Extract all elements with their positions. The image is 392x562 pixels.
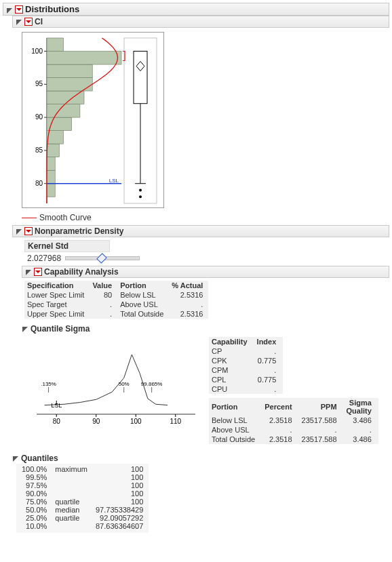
th-actual: % Actual — [169, 281, 208, 290]
quantile-sigma-chart: LSL.135%50%99.865%8090100110 — [24, 337, 201, 427]
svg-rect-22 — [47, 38, 63, 52]
smooth-curve-legend: Smooth Curve — [22, 212, 389, 225]
quantile-row: 90.0%100 — [19, 489, 149, 498]
quantiles-table: 100.0%maximum10099.5%10097.5%10090.0%100… — [16, 464, 149, 533]
legend-label: Smooth Curve — [39, 213, 92, 222]
hotspot-icon[interactable] — [24, 18, 33, 26]
disclosure-icon[interactable] — [25, 268, 32, 275]
legend-line-icon — [22, 218, 37, 218]
svg-rect-11 — [47, 184, 55, 197]
kernel-block: Kernel Std 2.027968 — [24, 237, 389, 266]
disclosure-icon[interactable] — [16, 228, 22, 235]
portion-table: PortionPercentPPMSigmaQualityBelow LSL2.… — [209, 398, 378, 444]
svg-text:85: 85 — [35, 146, 43, 154]
th-value: Value — [90, 281, 117, 290]
svg-rect-16 — [47, 117, 72, 131]
cap-row: CPK0.775 — [209, 356, 283, 365]
capability-title: Capability Analysis — [44, 267, 119, 277]
svg-text:.135%: .135% — [41, 381, 56, 387]
svg-point-32 — [139, 188, 142, 191]
quantile-row: 50.0%median97.735338429 — [19, 506, 149, 514]
hotspot-icon[interactable] — [24, 227, 33, 235]
cap-row: CPU. — [209, 384, 283, 394]
portion-row: Total Outside2.351823517.5883.486 — [209, 435, 378, 444]
svg-rect-20 — [47, 64, 92, 78]
ci-chart: 80859095100LSL — [22, 28, 389, 212]
svg-point-31 — [139, 195, 142, 198]
kernel-std-label: Kernel Std — [24, 240, 110, 252]
svg-text:110: 110 — [170, 418, 181, 425]
capability-header: Capability Analysis — [22, 266, 389, 278]
portion-row: Below LSL2.351823517.5883.486 — [209, 416, 378, 425]
svg-rect-13 — [47, 157, 55, 171]
svg-text:LSL: LSL — [109, 178, 119, 184]
th-portion: Portion — [117, 281, 169, 290]
quantile-sigma-title: Quantile Sigma — [31, 324, 90, 334]
svg-rect-14 — [47, 144, 59, 157]
ci-title: CI — [35, 17, 43, 26]
quantile-row: 25.0%quartile92.09057292 — [19, 514, 149, 522]
svg-rect-21 — [47, 52, 121, 65]
th-index: Index — [254, 337, 283, 346]
nonparametric-title: Nonparametric Density — [35, 226, 123, 236]
svg-text:90: 90 — [35, 113, 43, 121]
svg-text:80: 80 — [53, 418, 61, 425]
capability-index-table: CapabilityIndexCP.CPK0.775CPM.CPL0.775CP… — [209, 337, 283, 394]
disclosure-icon[interactable] — [6, 6, 13, 13]
kernel-std-value: 2.027968 — [27, 254, 61, 263]
distributions-header: Distributions — [3, 3, 389, 16]
disclosure-icon[interactable] — [22, 325, 28, 332]
portion-row: Above USL... — [209, 425, 378, 435]
quantile-row: 100.0%maximum100 — [19, 465, 149, 473]
svg-rect-29 — [134, 52, 147, 104]
ci-header: CI — [12, 16, 389, 28]
svg-text:100: 100 — [31, 47, 43, 55]
quantile-row: 10.0%87.636364607 — [19, 522, 149, 530]
cap-row: CPL0.775 — [209, 375, 283, 384]
hotspot-icon[interactable] — [34, 268, 42, 276]
hotspot-icon[interactable] — [15, 5, 23, 14]
slider-thumb-icon[interactable] — [96, 253, 107, 264]
disclosure-icon[interactable] — [12, 455, 19, 462]
th-portion: Portion — [209, 398, 262, 416]
disclosure-icon[interactable] — [16, 18, 22, 25]
svg-text:50%: 50% — [119, 381, 130, 387]
capability-spec-table: SpecificationValuePortion% ActualLower S… — [24, 278, 389, 321]
th-cap: Capability — [209, 337, 254, 346]
svg-rect-18 — [47, 91, 84, 104]
th-percent: Percent — [262, 398, 298, 416]
th-ppm: PPM — [299, 398, 344, 416]
nonparametric-header: Nonparametric Density — [12, 225, 389, 237]
spec-row: Spec Target.Above USL. — [24, 300, 208, 309]
svg-text:LSL: LSL — [51, 402, 62, 409]
svg-text:95: 95 — [35, 80, 43, 87]
svg-text:80: 80 — [35, 180, 43, 187]
svg-text:99.865%: 99.865% — [141, 381, 163, 387]
quantile-row: 97.5%100 — [19, 481, 149, 489]
spec-row: Lower Spec Limit80Below LSL2.5316 — [24, 290, 208, 300]
quantile-row: 99.5%100 — [19, 473, 149, 481]
kernel-slider[interactable] — [65, 256, 140, 260]
svg-rect-12 — [47, 170, 55, 184]
svg-text:100: 100 — [130, 418, 142, 425]
quantiles-title: Quantiles — [21, 454, 58, 463]
quantile-row: 75.0%quartile100 — [19, 498, 149, 506]
th-spec: Specification — [24, 281, 90, 290]
cap-row: CP. — [209, 346, 283, 356]
cap-row: CPM. — [209, 365, 283, 375]
quantile-sigma-header: Quantile Sigma — [22, 321, 389, 334]
svg-text:90: 90 — [92, 418, 100, 425]
distributions-title: Distributions — [25, 4, 79, 14]
th-sigma: SigmaQuality — [344, 398, 378, 416]
spec-row: Upper Spec Limit.Total Outside2.5316 — [24, 309, 208, 319]
quantiles-header: Quantiles — [12, 451, 389, 464]
